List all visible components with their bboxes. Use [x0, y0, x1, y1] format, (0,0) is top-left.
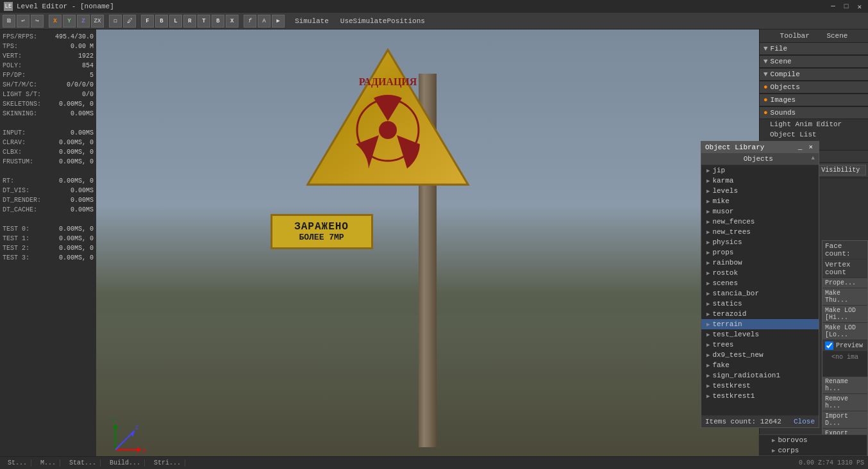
obj-lib-item[interactable]: ▶musor — [701, 206, 819, 217]
borovos-item[interactable]: ▶ borovos — [759, 435, 867, 445]
obj-lib-item[interactable]: ▶props — [701, 247, 819, 258]
preview-checkbox[interactable] — [825, 341, 833, 350]
obj-lib-title: Object Library — [705, 144, 764, 151]
obj-lib-footer: Items count: 12642 Close — [701, 415, 819, 427]
section-images: ●Images — [760, 94, 868, 107]
bottom-right-list: ▶ borovos ▶ corps — [758, 434, 867, 456]
section-images-header[interactable]: ●Images — [760, 94, 868, 106]
section-compile: ▼Compile — [760, 69, 868, 81]
svg-marker-6 — [137, 447, 141, 452]
obj-lib-item[interactable]: ▶rostok — [701, 268, 819, 278]
obj-lib-minimize-btn[interactable]: _ — [796, 144, 805, 151]
obj-lib-item[interactable]: ▶new_trees — [701, 227, 819, 237]
simulate-label: Simulate — [290, 17, 334, 25]
xyz-axes: X Y Z — [109, 418, 147, 456]
obj-lib-item[interactable]: ▶rainbow — [701, 258, 819, 268]
statusbar: St... M... Stat... Build... Stri... 0.00… — [0, 456, 868, 469]
viewport[interactable]: РАДИАЦИЯ ЗАРАЖЕНО БОЛЕЕ 7МР X Y Z — [96, 29, 759, 469]
svg-text:X: X — [142, 448, 146, 454]
obj-lib-titlebar: Object Library _ × — [701, 142, 819, 153]
make-lod-hi-btn[interactable]: Make LOD [Hi... — [822, 306, 867, 323]
obj-lib-item-terrain[interactable]: ▶terrain — [701, 319, 819, 329]
obj-lib-item[interactable]: ▶levels — [701, 186, 819, 196]
obj-lib-item-sign[interactable]: ▶sign_radiotaion1 — [701, 370, 819, 381]
items-count: Items count: 12642 — [705, 418, 781, 425]
warning-text1: ЗАРАЖЕНО — [280, 221, 363, 233]
section-sounds-header[interactable]: ●Sounds — [760, 107, 868, 119]
toolbar-btn-r[interactable]: R — [183, 15, 196, 28]
rename-btn[interactable]: Rename h... — [822, 377, 867, 394]
titlebar-icon: LE — [4, 2, 13, 11]
toolbar-btn-x2[interactable]: X — [226, 15, 238, 28]
make-lod-lo-btn[interactable]: Make LOD [Lo... — [822, 323, 867, 340]
remove-btn[interactable]: Remove h... — [822, 394, 867, 411]
obj-lib-item[interactable]: ▶testkrest — [701, 381, 819, 391]
obj-lib-item[interactable]: ▶test_levels — [701, 329, 819, 340]
obj-lib-close-btn[interactable]: × — [806, 144, 815, 151]
maximize-button[interactable]: □ — [842, 3, 851, 11]
obj-lib-list[interactable]: ▶jip ▶karma ▶levels ▶mike ▶musor ▶new_fe… — [701, 165, 819, 415]
toolbar-btn-b2[interactable]: B — [212, 15, 224, 28]
obj-lib-item[interactable]: ▶mike — [701, 196, 819, 206]
obj-lib-item[interactable]: ▶trees — [701, 340, 819, 350]
preview-check[interactable]: Preview — [822, 340, 867, 351]
toolbar-btn-zx[interactable]: ZX — [91, 15, 104, 28]
corps-item[interactable]: ▶ corps — [759, 445, 867, 456]
obj-lib-item[interactable]: ▶scenes — [701, 278, 819, 288]
toolbar-btn-paint[interactable]: 🖊 — [123, 15, 136, 28]
obj-lib-item[interactable]: ▶jip — [701, 165, 819, 176]
obj-lib-item[interactable]: ▶dx9_test_new — [701, 350, 819, 360]
visibility-btn[interactable]: Visibility — [815, 165, 867, 176]
vertex-count-label: Vertex count — [822, 259, 867, 278]
toolbar-btn-move[interactable]: X — [49, 15, 62, 28]
obj-lib-item[interactable]: ▶testkrest1 — [701, 391, 819, 401]
close-button[interactable]: ✕ — [855, 3, 864, 11]
toolbar-btn-scale[interactable]: Z — [77, 15, 90, 28]
warning-text2: БОЛЕЕ 7МР — [280, 233, 363, 242]
toolbar-btn-italic[interactable]: f — [244, 15, 256, 28]
section-scene-header[interactable]: ▼Scene — [760, 56, 868, 68]
properties-btn[interactable]: Prope... — [822, 278, 867, 288]
import-btn[interactable]: Import D... — [822, 411, 867, 429]
section-objects: ●Objects — [760, 81, 868, 94]
svg-marker-12 — [131, 431, 135, 437]
toolbar-btn-rotate[interactable]: Y — [63, 15, 76, 28]
toolbar-btn-undo[interactable]: ↩ — [17, 15, 29, 28]
toolbar-btn-l[interactable]: L — [169, 15, 182, 28]
toolbar-btn-anim[interactable]: A — [258, 15, 271, 28]
section-file-header[interactable]: ▼File — [760, 43, 868, 55]
stats-panel: FPS/RFPS:495.4/30.0 TPS:0.00 M VERT:1922… — [0, 29, 96, 469]
toolbar-btn-select[interactable]: ◻ — [109, 15, 122, 28]
minimize-button[interactable]: ─ — [828, 3, 838, 11]
toolbar-btn-f[interactable]: F — [141, 15, 154, 28]
status-4: Build... — [106, 459, 145, 466]
toolbar-btn-redo[interactable]: ↪ — [31, 15, 44, 28]
obj-lib-item[interactable]: ▶karma — [701, 176, 819, 186]
toolbar-btn-b[interactable]: B — [155, 15, 168, 28]
toolbar-label: Toolbar — [780, 32, 810, 40]
obj-lib-item-physics[interactable]: ▶physics — [701, 237, 819, 247]
radiation-sign: РАДИАЦИЯ — [305, 47, 471, 190]
obj-lib-header: Objects ▲ — [701, 153, 819, 165]
status-3: Stat... — [65, 459, 101, 466]
light-anim-editor-item[interactable]: Light Anim Editor — [760, 119, 868, 129]
obj-lib-item[interactable]: ▶stancia_bor — [701, 288, 819, 299]
obj-lib-item[interactable]: ▶fake — [701, 360, 819, 370]
svg-text:РАДИАЦИЯ: РАДИАЦИЯ — [359, 76, 417, 88]
preview-label: Preview — [836, 342, 863, 349]
use-simulate-label: UseSimulatePositions — [335, 17, 430, 25]
obj-lib-item[interactable]: ▶new_fences — [701, 217, 819, 227]
close-btn[interactable]: Close — [794, 418, 815, 425]
toolbar-panel-header: Toolbar Scene — [760, 29, 868, 43]
section-compile-header[interactable]: ▼Compile — [760, 69, 868, 81]
object-list-item[interactable]: Object List — [760, 129, 868, 140]
toolbar-btn-play[interactable]: ▶ — [272, 15, 285, 28]
toolbar-btn-t[interactable]: T — [197, 15, 210, 28]
toolbar-btn-new[interactable]: 🗎 — [3, 15, 15, 28]
svg-text:Z: Z — [135, 425, 139, 431]
section-objects-header[interactable]: ●Objects — [760, 81, 868, 94]
make-thumb-btn[interactable]: Make Thu... — [822, 288, 867, 306]
toolbar: 🗎 ↩ ↪ X Y Z ZX ◻ 🖊 F B L R T B X f A ▶ S… — [0, 13, 868, 29]
obj-lib-item[interactable]: ▶statics — [701, 299, 819, 309]
obj-lib-item[interactable]: ▶terazoid — [701, 309, 819, 319]
